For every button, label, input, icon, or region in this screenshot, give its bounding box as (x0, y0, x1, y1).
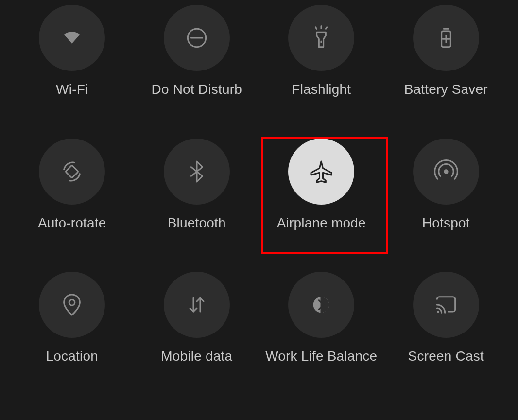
label-flashlight: Flashlight (292, 82, 351, 97)
hotspot-icon (432, 158, 460, 185)
toggle-bluetooth[interactable] (164, 139, 230, 205)
tile-work-life-balance: Work Life Balance (259, 267, 384, 401)
toggle-airplane-mode[interactable] (288, 139, 354, 205)
label-mobile-data: Mobile data (161, 349, 232, 364)
auto-rotate-icon (58, 158, 86, 185)
toggle-mobile-data[interactable] (164, 272, 230, 338)
svg-point-12 (69, 300, 75, 306)
label-screen-cast: Screen Cast (408, 349, 484, 364)
tile-wifi: Wi-Fi (10, 0, 135, 134)
quick-settings-grid: Wi-Fi Do Not Disturb (0, 0, 518, 420)
label-hotspot: Hotspot (422, 215, 470, 231)
tile-battery-saver: Battery Saver (384, 0, 509, 134)
tile-bluetooth: Bluetooth (135, 134, 259, 267)
location-icon (58, 291, 86, 318)
tile-mobile-data: Mobile data (135, 267, 259, 401)
screen-cast-icon (432, 291, 460, 318)
toggle-location[interactable] (39, 272, 105, 338)
svg-point-11 (444, 169, 448, 174)
mobile-data-icon (183, 291, 210, 318)
tile-dnd: Do Not Disturb (135, 0, 259, 134)
flashlight-icon (308, 24, 335, 52)
battery-saver-icon (432, 24, 460, 52)
svg-line-5 (326, 27, 327, 29)
wifi-icon (58, 24, 86, 52)
toggle-wifi[interactable] (39, 5, 105, 71)
toggle-auto-rotate[interactable] (39, 139, 105, 205)
tile-location: Location (10, 267, 135, 401)
label-battery-saver: Battery Saver (404, 82, 488, 97)
label-wifi: Wi-Fi (56, 82, 88, 97)
label-auto-rotate: Auto-rotate (38, 215, 106, 231)
toggle-flashlight[interactable] (288, 5, 354, 71)
label-dnd: Do Not Disturb (152, 82, 242, 97)
toggle-battery-saver[interactable] (413, 5, 479, 71)
toggle-work-life-balance[interactable] (288, 272, 354, 338)
tile-flashlight: Flashlight (259, 0, 384, 134)
svg-rect-10 (66, 165, 78, 177)
toggle-screen-cast[interactable] (413, 272, 479, 338)
tile-hotspot: Hotspot (384, 134, 509, 267)
label-work-life-balance: Work Life Balance (265, 349, 377, 364)
tile-airplane-mode: Airplane mode (259, 134, 384, 267)
bluetooth-icon (183, 158, 210, 185)
quick-settings-panel: Wi-Fi Do Not Disturb (0, 0, 518, 420)
label-location: Location (46, 349, 98, 364)
svg-line-3 (316, 27, 317, 29)
label-airplane-mode: Airplane mode (277, 215, 366, 231)
tile-auto-rotate: Auto-rotate (10, 134, 135, 267)
label-bluetooth: Bluetooth (168, 215, 226, 231)
tile-screen-cast: Screen Cast (384, 267, 509, 401)
svg-point-16 (437, 311, 439, 313)
toggle-dnd[interactable] (164, 5, 230, 71)
airplane-icon (308, 158, 335, 185)
toggle-hotspot[interactable] (413, 139, 479, 205)
work-life-balance-icon (308, 291, 335, 318)
dnd-icon (183, 24, 210, 52)
